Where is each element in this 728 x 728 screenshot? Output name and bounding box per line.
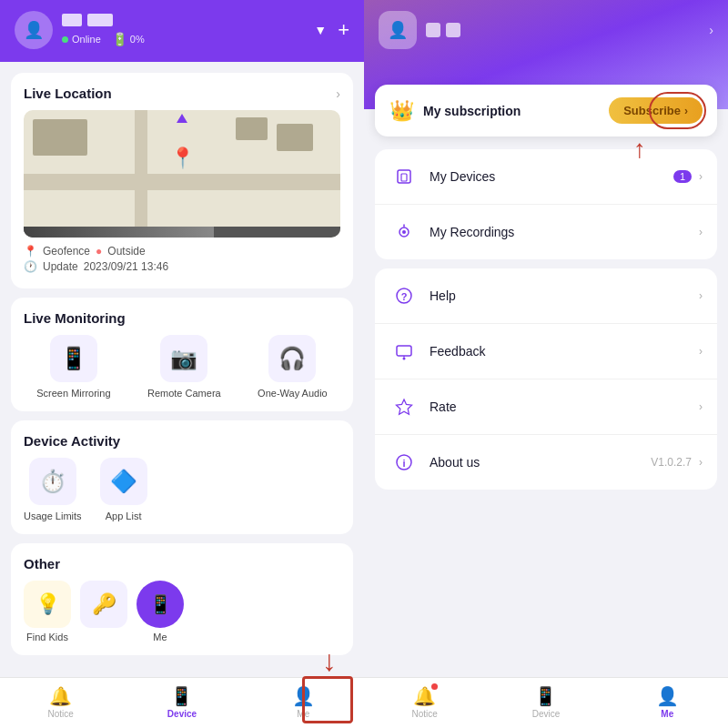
online-dot — [62, 36, 68, 43]
svg-marker-10 — [397, 399, 412, 414]
live-monitoring-title: Live Monitoring — [24, 310, 126, 326]
my-recordings-icon — [389, 217, 419, 247]
feedback-item[interactable]: Feedback › — [375, 324, 717, 379]
my-recordings-label: My Recordings — [430, 225, 699, 239]
nav-notice-right[interactable]: 🔔 Notice — [364, 685, 485, 719]
help-arrow: › — [699, 289, 703, 302]
usage-limits-label: Usage Limits — [24, 511, 82, 521]
right-header-chevron[interactable]: › — [709, 23, 713, 37]
nav-device-left[interactable]: 📱 Device — [121, 685, 242, 719]
update-label: Update — [43, 260, 78, 273]
rate-arrow: › — [699, 400, 703, 413]
activity-items: ⏱️ Usage Limits 🔷 App List — [24, 458, 340, 521]
about-version: V1.0.2.7 — [651, 456, 692, 469]
about-label: About us — [430, 455, 651, 470]
rate-label: Rate — [430, 399, 699, 414]
other-items: 💡 Find Kids 🔑 📱 Me — [24, 581, 340, 642]
map-road-h — [24, 174, 340, 190]
devices-recordings-section: My Devices 1 › My Recordings — [375, 149, 717, 259]
screen-mirroring-label: Screen Mirroring — [36, 388, 110, 399]
nav-device-right[interactable]: 📱 Device — [485, 685, 606, 719]
map-progress-fill — [24, 227, 214, 238]
svg-rect-7 — [397, 346, 411, 356]
nav-me-right[interactable]: 👤 Me — [607, 685, 728, 719]
remote-camera-label: Remote Camera — [147, 388, 221, 399]
my-devices-right: 1 › — [673, 170, 703, 183]
svg-rect-1 — [401, 174, 407, 181]
battery-status: 🔋 0% — [112, 32, 145, 46]
me-label-other: Me — [153, 632, 167, 642]
device-label-right: Device — [532, 709, 561, 719]
one-way-audio-label: One-Way Audio — [258, 388, 328, 399]
avatar: 👤 — [15, 11, 53, 49]
help-label: Help — [430, 288, 699, 303]
me-icon-left: 👤 — [292, 685, 315, 707]
rate-icon — [389, 392, 419, 421]
live-monitoring-card: Live Monitoring 📱 Screen Mirroring 📷 Rem… — [11, 298, 353, 411]
app-list-label: App List — [106, 511, 142, 521]
subscription-card: 👑 My subscription Subscribe › — [375, 85, 717, 136]
other-item-2[interactable]: 🔑 — [80, 581, 127, 642]
geofence-status: Outside — [107, 245, 145, 258]
map-area[interactable]: 📍 — [24, 110, 340, 238]
map-building-2 — [277, 124, 313, 151]
header-icon-rect1 — [62, 14, 82, 26]
geofence-label: Geofence — [43, 245, 90, 258]
app-list-item[interactable]: 🔷 App List — [100, 458, 147, 521]
remote-camera-icon: 📷 — [160, 335, 207, 382]
map-progress-bar — [24, 227, 340, 238]
screen-mirroring-item[interactable]: 📱 Screen Mirroring — [36, 335, 110, 399]
live-location-arrow[interactable]: › — [336, 86, 340, 101]
notice-icon-left: 🔔 — [49, 685, 72, 707]
device-icon-right: 📱 — [534, 685, 557, 707]
rate-item[interactable]: Rate › — [375, 379, 717, 435]
help-icon: ? — [389, 281, 419, 310]
usage-limits-item[interactable]: ⏱️ Usage Limits — [24, 458, 82, 521]
online-status: Online — [62, 34, 101, 45]
map-pin-icon: 📍 — [170, 147, 195, 170]
subscription-label: My subscription — [423, 104, 609, 118]
app-list-icon: 🔷 — [100, 458, 147, 505]
find-kids-item[interactable]: 💡 Find Kids — [24, 581, 71, 642]
about-icon: i — [389, 448, 419, 477]
add-button[interactable]: + — [338, 18, 349, 42]
outside-dot: ● — [96, 245, 102, 258]
me-item-other[interactable]: 📱 Me — [136, 581, 184, 642]
help-section: ? Help › Fe — [375, 268, 717, 490]
my-devices-icon — [389, 162, 419, 191]
feedback-icon — [389, 337, 419, 366]
update-time: 2023/09/21 13:46 — [84, 260, 168, 273]
my-recordings-arrow: › — [699, 226, 703, 238]
my-devices-item[interactable]: My Devices 1 › — [375, 149, 717, 205]
remote-camera-item[interactable]: 📷 Remote Camera — [147, 335, 221, 399]
rate-right: › — [699, 400, 703, 413]
device-label-left: Device — [167, 709, 197, 719]
notice-notification-dot — [431, 683, 438, 690]
screen-mirroring-icon: 📱 — [50, 335, 97, 382]
geofence-icon: 📍 — [24, 245, 37, 258]
help-right: › — [699, 289, 703, 302]
my-recordings-item[interactable]: My Recordings › — [375, 205, 717, 259]
dropdown-arrow-icon[interactable]: ▼ — [314, 23, 327, 37]
about-item[interactable]: i About us V1.0.2.7 › — [375, 435, 717, 490]
subscribe-arrow-icon: › — [684, 105, 688, 117]
me-label-left: Me — [297, 709, 309, 719]
about-right: V1.0.2.7 › — [651, 456, 703, 469]
nav-notice-left[interactable]: 🔔 Notice — [0, 685, 121, 719]
map-info: 📍 Geofence ● Outside 🕐 Update 2023/09/21… — [24, 245, 340, 273]
svg-text:i: i — [402, 458, 405, 469]
feedback-arrow: › — [699, 345, 703, 358]
bottom-nav-right: 🔔 Notice 📱 Device 👤 Me — [364, 677, 728, 728]
me-icon: 📱 — [136, 581, 184, 628]
device-activity-title: Device Activity — [24, 433, 120, 449]
notice-label-left: Notice — [47, 709, 73, 719]
one-way-audio-item[interactable]: 🎧 One-Way Audio — [258, 335, 328, 399]
find-kids-icon: 💡 — [24, 581, 71, 628]
right-content: My Devices 1 › My Recordings — [364, 109, 728, 677]
subscribe-button[interactable]: Subscribe › — [609, 97, 703, 124]
crown-icon: 👑 — [389, 99, 414, 123]
right-header-icon-2 — [446, 23, 460, 37]
map-direction-triangle — [177, 114, 187, 123]
nav-me-left[interactable]: 👤 Me — [243, 685, 364, 719]
help-item[interactable]: ? Help › — [375, 268, 717, 324]
